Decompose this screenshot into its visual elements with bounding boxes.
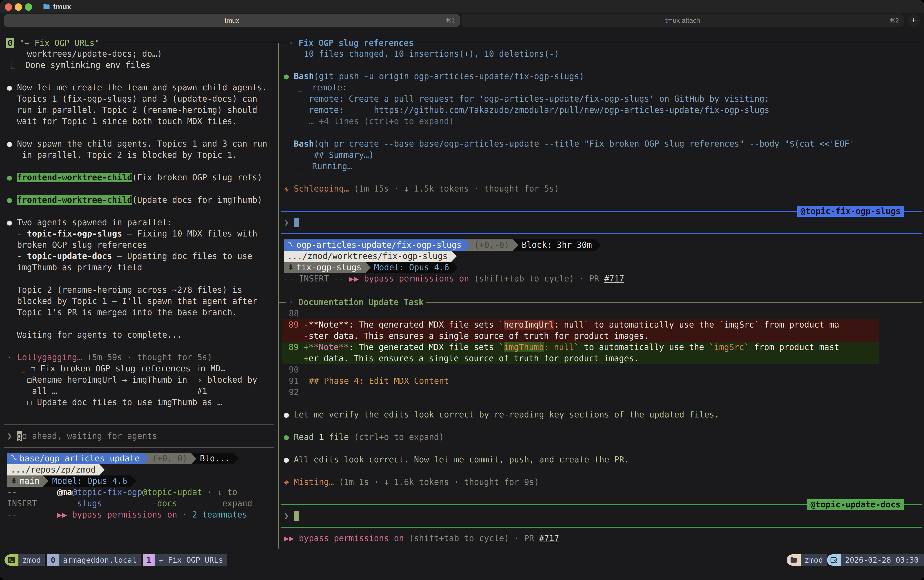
tab-tmux-attach[interactable]: tmux attach ⌘2 <box>462 14 904 27</box>
terminal-line <box>4 206 274 217</box>
model-segment: Model: Opus 4.6 <box>49 475 131 487</box>
text-segment: ` <box>499 343 504 352</box>
pane-title-text <box>293 38 298 48</box>
branch-icon <box>11 453 17 464</box>
window-1-name[interactable]: ✳ Fix OGP URLs <box>155 554 227 565</box>
text-segment: to automatically use the <box>579 343 709 352</box>
powerline-arrow <box>143 453 149 464</box>
terminal-line: 88 <box>281 308 922 319</box>
terminal-line: ● Read 1 file (ctrl+o to expand) <box>281 432 922 443</box>
text-segment: (git push -u origin ogp-articles-update/… <box>314 71 584 81</box>
window-1-index[interactable]: 1 <box>143 554 155 565</box>
terminal-line: ● Let me verify the edits look correct b… <box>281 409 922 420</box>
text-segment: -docs <box>102 499 177 508</box>
terminal-line <box>4 161 274 172</box>
tmux-status-bar: zmod 0 armageddon.local 1 ✳ Fix OGP URLs… <box>0 554 924 565</box>
text-segment: `imgSrc` <box>709 343 749 352</box>
text-segment: topic-update-docs <box>27 251 112 261</box>
text-segment: ☐Rename heroImgUrl → imgThumb in › block… <box>7 375 257 385</box>
pane-orchestrator: worktrees/update-docs; do…)⎿ Done symlin… <box>4 48 274 523</box>
tmux-window: tmux tmux ⌘1 tmux attach ⌘2 + 0 "✳ Fix O… <box>0 0 924 580</box>
text-segment: (5m 59s · thought for 5s) <box>87 353 212 362</box>
powerline-arrow <box>465 239 470 250</box>
text-segment: heroImgUrl <box>504 320 554 330</box>
text-segment: (shift+tab to cycle) · PR <box>469 274 604 283</box>
prompt-input-update-docs[interactable]: ❯ <box>281 510 922 522</box>
text-segment: run in parallel. Topic 2 (rename-heroimg… <box>7 105 257 115</box>
text-segment: 2 teammates <box>192 510 247 519</box>
text-segment: all … #1 <box>7 386 207 396</box>
text-segment: - <box>304 320 309 330</box>
diff-counts-segment: (+0,-0) <box>470 239 513 250</box>
text-segment: Read <box>294 432 319 442</box>
powerline-arrow <box>453 262 458 273</box>
agent-spawn-update-docs: ● frontend-worktree-child(Update docs fo… <box>4 194 274 206</box>
pane-title-update-docs: · Documentation Update Task <box>286 297 426 307</box>
tab-label: tmux <box>4 14 460 27</box>
terminal-line: ✳ Misting… (1m 1s · ↓ 1.6k tokens · thou… <box>281 476 922 488</box>
text-segment: ☐ Update doc files to use imgThumb as … <box>7 397 222 407</box>
text-segment: 89 <box>284 320 304 330</box>
text-segment: 10 files changed, 10 insertions(+), 10 d… <box>284 49 559 59</box>
powerline-arrow <box>513 239 518 250</box>
terminal-line: ● Now let me create the team and spawn c… <box>4 82 274 93</box>
text-segment: INSERT <box>7 499 77 508</box>
input-box-border-left <box>4 419 274 430</box>
window-0-index[interactable]: 0 <box>47 554 59 565</box>
terminal-line: remote: https://github.com/Takazudo/zmod… <box>281 105 922 116</box>
tab-tmux[interactable]: tmux ⌘1 <box>4 14 460 27</box>
text-segment: -- <box>7 510 57 519</box>
text-segment: (1m 1s · ↓ 1.6k tokens · thought for 9s) <box>339 477 539 487</box>
text-segment: : null` <box>544 343 579 352</box>
terminal-line: remote: Create a pull request for 'ogp-a… <box>281 93 922 105</box>
text-segment: : null` to automatically use the `imgSrc… <box>554 320 839 330</box>
agent-topic-badge: @topic-update-docs <box>807 499 904 510</box>
terminal-line <box>281 465 922 476</box>
close-button[interactable] <box>5 3 12 11</box>
terminal-line <box>281 127 922 138</box>
terminal-line: -- INSERT -- ▶▶ bypass permissions on (s… <box>281 273 922 284</box>
pane-index: 0 <box>6 38 15 48</box>
pane-border-vertical[interactable] <box>278 43 279 549</box>
window-title: tmux <box>53 2 71 11</box>
text-segment: ⎿ Running… <box>284 161 352 171</box>
diff-line-green: +er data. This ensures a single source o… <box>281 353 879 364</box>
diff-line-red: -ster data. This ensures a single source… <box>281 330 879 342</box>
window-0-name[interactable]: armageddon.local <box>59 554 141 565</box>
terminal-line: ▶▶ bypass permissions on (shift+tab to c… <box>281 533 922 544</box>
powerline-arrow <box>99 464 105 475</box>
prompt-input-fix-ogp[interactable]: ❯ <box>281 217 922 228</box>
terminal-line: .../repos/zp/zmod <box>4 464 274 475</box>
session-name[interactable]: zmod <box>18 554 45 565</box>
terminal-line: ☐ Update doc files to use imgThumb as … <box>4 397 274 408</box>
input-box-border-update-docs: @topic-update-docs <box>281 499 922 510</box>
text-segment: ● <box>7 139 17 148</box>
terminal-line: Topic 2 (rename-heroimg across ~278 file… <box>4 284 274 296</box>
terminal-line: 91 ## Phase 4: Edit MDX Content <box>281 376 922 387</box>
terminal-line: Topic 1's PR is merged into the base bra… <box>4 307 274 318</box>
text-segment: 91 <box>284 376 309 386</box>
terminal-line: run in parallel. Topic 2 (rename-heroimg… <box>4 105 274 116</box>
zoom-button[interactable] <box>25 3 32 11</box>
terminal-line <box>4 318 274 330</box>
text-segment: + <box>304 343 309 352</box>
text-segment: All edits look correct. Now let me commi… <box>294 455 629 465</box>
terminal-line: blocked by Topic 1 — I'll spawn that age… <box>4 296 274 307</box>
powerline-arrow <box>595 239 601 250</box>
text-segment: Now let me create the team and spawn chi… <box>17 83 267 92</box>
folder-icon <box>787 554 801 565</box>
terminal-line: mainModel: Opus 4.6 <box>4 475 274 487</box>
text-segment: ● <box>284 410 294 420</box>
pane-title-text: Fix OGP slug references <box>299 38 414 48</box>
new-tab-button[interactable]: + <box>908 14 920 27</box>
prompt-input-left[interactable]: ❯ go ahead, waiting for agents <box>4 430 274 442</box>
text-segment: ✳ Misting… <box>284 477 339 487</box>
minimize-button[interactable] <box>15 3 22 11</box>
text-segment: - <box>7 229 27 239</box>
text-segment: frontend-worktree-child <box>17 195 132 205</box>
input-box-border-left <box>4 442 274 453</box>
terminal-line <box>4 183 274 194</box>
text-segment: ● <box>284 71 294 81</box>
text-segment: ⎿ Done symlinking env files <box>7 60 150 70</box>
terminal-line: ⎿ remote: <box>281 82 922 93</box>
